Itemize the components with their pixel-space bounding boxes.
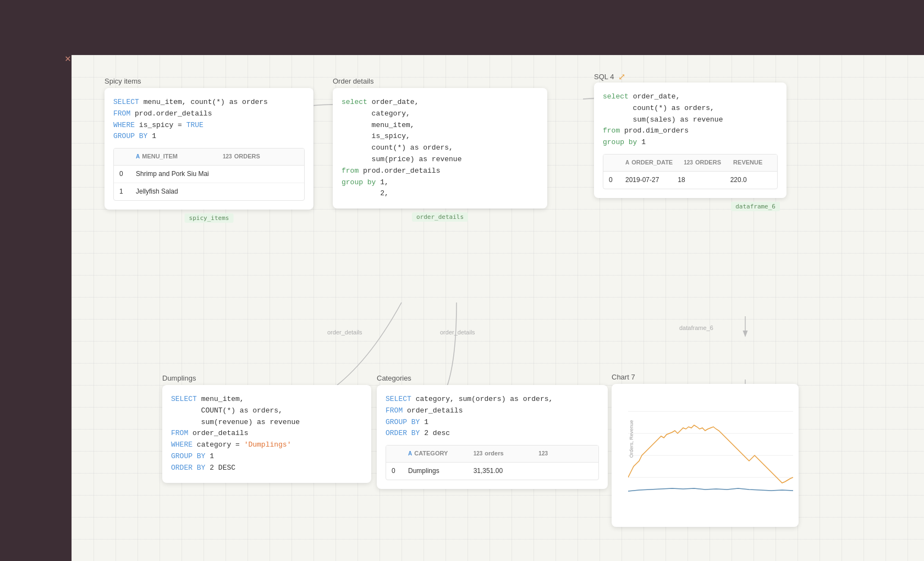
od-sql-9: 2,	[342, 188, 538, 200]
dumplings-content: SELECT menu_item, COUNT(*) as orders, su…	[162, 385, 371, 483]
od-sql-4: is_spicy,	[342, 131, 538, 142]
table-row: 0 Shrimp and Pork Siu Mai	[114, 166, 304, 183]
sql4-node: SQL 4 ⤢ select order_date, count(*) as o…	[594, 82, 787, 198]
sql-line-3: WHERE is_spicy = TRUE	[113, 120, 305, 131]
cat-sql-3: GROUP BY 1	[386, 417, 599, 428]
order-details-label: order_details	[412, 212, 468, 222]
order-details-node: Order details select order_date, categor…	[333, 88, 547, 208]
sql4-table-header: A ORDER_DATE 123 ORDERS REVENUE	[603, 155, 777, 172]
s4-sql-5: group by 1	[603, 137, 778, 148]
dump-sql-7: ORDER BY 2 DESC	[171, 463, 362, 474]
chart7-y-label: Orders, Revenue	[629, 420, 634, 458]
maximize-icon[interactable]: ⤢	[618, 72, 625, 82]
dumplings-title: Dumplings	[162, 370, 202, 384]
od-sql-6: sum(price) as revenue	[342, 154, 538, 166]
dumplings-node: Dumplings SELECT menu_item, COUNT(*) as …	[162, 385, 371, 483]
top-bar	[0, 0, 924, 55]
dump-sql-2: COUNT(*) as orders,	[171, 405, 362, 417]
dump-sql-3: sum(revenue) as revenue	[171, 417, 362, 428]
od-sql-1: select order_date,	[342, 97, 538, 108]
categories-table: A CATEGORY 123 orders 123 0 Dumplings 31…	[386, 445, 599, 480]
edge-label-od2: order_details	[440, 329, 475, 336]
sql-line-4: GROUP BY 1	[113, 131, 305, 142]
edge-label-df6: dataframe_6	[679, 324, 713, 331]
sql4-table: A ORDER_DATE 123 ORDERS REVENUE 0 2019-0…	[603, 154, 778, 189]
dump-sql-1: SELECT menu_item,	[171, 394, 362, 405]
cat-sql-4: ORDER BY 2 desc	[386, 428, 599, 439]
canvas: Spicy items SELECT menu_item, count(*) a…	[72, 55, 924, 561]
dump-sql-4: FROM order_details	[171, 428, 362, 439]
s4-sql-1: select order_date,	[603, 91, 778, 103]
od-sql-5: count(*) as orders,	[342, 142, 538, 154]
categories-node: Categories SELECT category, sum(orders) …	[377, 385, 608, 489]
spicy-items-node: Spicy items SELECT menu_item, count(*) a…	[105, 88, 314, 210]
sql-line-2: FROM prod.order_details	[113, 108, 305, 120]
chart7-node: Chart 7 Orders, Revenue	[612, 384, 799, 527]
sql4-content: select order_date, count(*) as orders, s…	[594, 82, 787, 198]
dump-sql-5: WHERE category = 'Dumplings'	[171, 439, 362, 451]
order-details-content: select order_date, category, menu_item, …	[333, 88, 547, 208]
categories-title: Categories	[377, 370, 418, 384]
od-sql-3: menu_item,	[342, 120, 538, 131]
sql-line-1: SELECT menu_item, count(*) as orders	[113, 97, 305, 108]
spicy-items-label: spicy_items	[185, 213, 234, 223]
spicy-items-title: Spicy items	[105, 73, 147, 87]
od-sql-2: category,	[342, 108, 538, 120]
cat-table-row: 0 Dumplings 31,351.00	[386, 463, 598, 480]
sql4-table-row: 0 2019-07-27 18 220.0	[603, 172, 777, 189]
categories-content: SELECT category, sum(orders) as orders, …	[377, 385, 608, 489]
s4-sql-2: count(*) as orders,	[603, 103, 778, 114]
edge-label-od1: order_details	[327, 329, 362, 336]
chart7-area: Orders, Revenue	[612, 384, 799, 494]
cat-sql-2: FROM order_details	[386, 405, 599, 417]
kw-select: SELECT	[113, 98, 139, 106]
spicy-items-content: SELECT menu_item, count(*) as orders FRO…	[105, 88, 314, 210]
sql4-df-label: dataframe_6	[731, 202, 780, 211]
od-sql-8: group by 1,	[342, 177, 538, 189]
table-header: A MENU_ITEM 123 ORDERS	[114, 148, 304, 166]
cat-sql-1: SELECT category, sum(orders) as orders,	[386, 394, 599, 405]
chart7-title: Chart 7	[612, 369, 642, 383]
dump-sql-6: GROUP BY 1	[171, 451, 362, 463]
s4-sql-4: from prod.dim_orders	[603, 125, 778, 137]
spicy-items-table: A MENU_ITEM 123 ORDERS 0 Shrimp and Pork…	[113, 148, 305, 201]
od-sql-7: from prod.order_details	[342, 166, 538, 177]
chart7-svg	[628, 389, 793, 499]
table-row: 1 Jellyfish Salad	[114, 183, 304, 200]
cat-table-header: A CATEGORY 123 orders 123	[386, 446, 598, 463]
s4-sql-3: sum(sales) as revenue	[603, 114, 778, 126]
sql4-title: SQL 4 ⤢	[594, 67, 626, 84]
close-button[interactable]: ✕	[65, 52, 71, 64]
order-details-title: Order details	[333, 73, 380, 87]
